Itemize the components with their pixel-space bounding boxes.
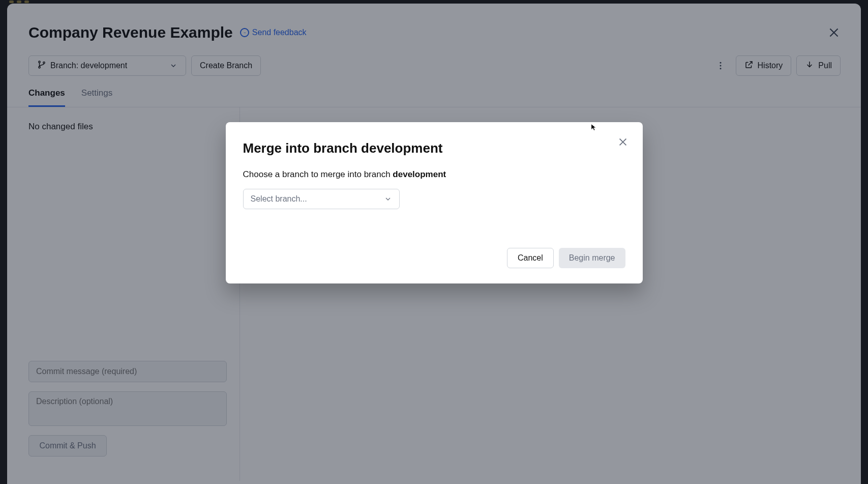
close-icon[interactable] <box>617 136 628 148</box>
modal-prompt: Choose a branch to merge into branch dev… <box>243 169 625 180</box>
select-placeholder: Select branch... <box>251 194 307 204</box>
cancel-button[interactable]: Cancel <box>507 248 554 268</box>
modal-actions: Cancel Begin merge <box>243 248 625 268</box>
merge-modal: Merge into branch development Choose a b… <box>226 122 643 283</box>
modal-title: Merge into branch development <box>243 140 625 156</box>
begin-merge-button[interactable]: Begin merge <box>559 248 625 268</box>
branch-select-dropdown[interactable]: Select branch... <box>243 189 400 209</box>
cursor-icon <box>591 124 599 132</box>
chevron-down-icon <box>384 195 392 203</box>
modal-overlay[interactable]: Merge into branch development Choose a b… <box>0 0 868 484</box>
